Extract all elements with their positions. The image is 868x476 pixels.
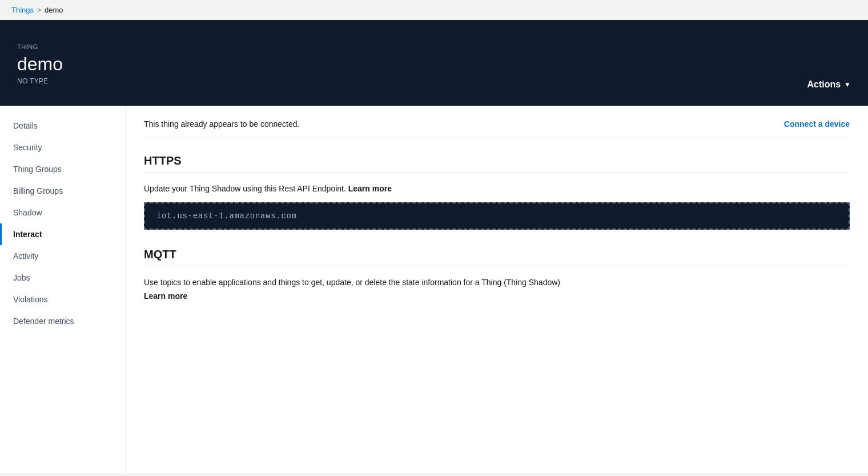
mqtt-learn-more-link[interactable]: Learn more xyxy=(144,291,850,301)
https-description-text: Update your Thing Shadow using this Rest… xyxy=(144,184,346,193)
sidebar-item-jobs[interactable]: Jobs xyxy=(0,267,125,289)
https-endpoint-box: iot.us-east-1.amazonaws.com xyxy=(144,202,850,230)
actions-button[interactable]: Actions ▼ xyxy=(807,79,851,90)
https-divider xyxy=(144,172,850,173)
connection-notice-row: This thing already appears to be connect… xyxy=(144,119,850,138)
mqtt-section: MQTT Use topics to enable applications a… xyxy=(144,246,850,301)
breadcrumb-current: demo xyxy=(45,6,63,14)
thing-label: THING xyxy=(17,43,851,50)
connection-notice-text: This thing already appears to be connect… xyxy=(144,119,299,129)
mqtt-description: Use topics to enable applications and th… xyxy=(144,278,850,287)
sidebar-item-activity[interactable]: Activity xyxy=(0,245,125,267)
sidebar-item-defender-metrics[interactable]: Defender metrics xyxy=(0,310,125,332)
breadcrumb: Things > demo xyxy=(0,0,868,20)
actions-label: Actions xyxy=(807,79,841,90)
breadcrumb-parent-link[interactable]: Things xyxy=(11,6,34,14)
breadcrumb-separator: > xyxy=(37,6,41,14)
content-area: This thing already appears to be connect… xyxy=(126,106,868,473)
https-title: HTTPS xyxy=(144,152,850,167)
https-section: HTTPS Update your Thing Shadow using thi… xyxy=(144,152,850,230)
main-layout: Details Security Thing Groups Billing Gr… xyxy=(0,106,868,473)
sidebar-item-thing-groups[interactable]: Thing Groups xyxy=(0,158,125,180)
mqtt-title: MQTT xyxy=(144,246,850,261)
thing-name-heading: demo xyxy=(17,54,851,75)
sidebar-item-violations[interactable]: Violations xyxy=(0,289,125,310)
sidebar-item-security[interactable]: Security xyxy=(0,137,125,158)
chevron-down-icon: ▼ xyxy=(844,81,851,89)
https-description: Update your Thing Shadow using this Rest… xyxy=(144,184,850,193)
sidebar-nav: Details Security Thing Groups Billing Gr… xyxy=(0,106,126,473)
sidebar-item-details[interactable]: Details xyxy=(0,115,125,137)
thing-type-label: NO TYPE xyxy=(17,77,851,85)
sidebar-item-interact[interactable]: Interact xyxy=(0,223,125,245)
https-endpoint-text: iot.us-east-1.amazonaws.com xyxy=(156,211,297,221)
connect-device-link[interactable]: Connect a device xyxy=(784,119,850,129)
mqtt-divider xyxy=(144,266,850,266)
thing-header-banner: THING demo NO TYPE Actions ▼ xyxy=(0,20,868,106)
sidebar-item-shadow[interactable]: Shadow xyxy=(0,202,125,223)
sidebar-item-billing-groups[interactable]: Billing Groups xyxy=(0,180,125,202)
https-learn-more-link[interactable]: Learn more xyxy=(348,184,392,193)
